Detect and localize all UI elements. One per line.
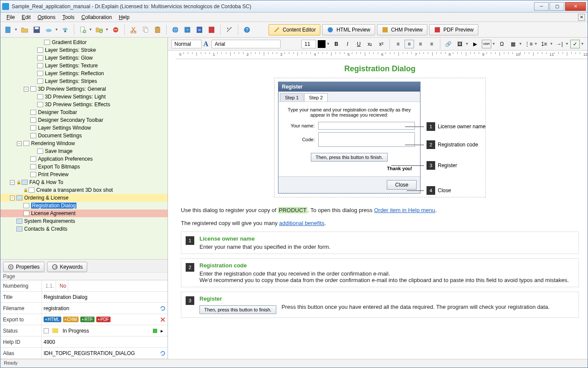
open-icon[interactable] — [19, 25, 30, 35]
menu-file[interactable]: File — [3, 13, 18, 21]
tab-properties[interactable]: Properties — [3, 262, 44, 272]
indent-button[interactable]: →| — [555, 40, 564, 48]
tree-item[interactable]: Layer Settings: Texture — [0, 62, 168, 70]
menu-tools[interactable]: Tools — [59, 13, 78, 21]
tree-item[interactable]: Registration Dialog — [0, 202, 168, 209]
superscript-button[interactable]: x² — [376, 40, 386, 48]
menu-collaboration[interactable]: Collaboration — [78, 13, 115, 21]
align-justify-button[interactable]: ≡ — [427, 40, 436, 48]
subscript-button[interactable]: x₂ — [365, 40, 375, 48]
tree-item[interactable]: Layer Settings: Reflection — [0, 70, 168, 77]
align-left-button[interactable]: ≡ — [393, 40, 403, 48]
style-select[interactable]: Normal — [171, 40, 202, 48]
italic-button[interactable]: I — [343, 40, 352, 48]
filename-refresh-icon[interactable] — [160, 305, 166, 311]
menu-edit[interactable]: Edit — [18, 13, 34, 21]
tree-item[interactable]: Save Image — [0, 147, 168, 155]
size-select[interactable]: 11 — [301, 40, 316, 48]
benefits-link[interactable]: additional benefits — [279, 220, 325, 226]
cloud-icon[interactable] — [44, 25, 54, 35]
export-rtf-badge[interactable]: ▪RTF — [80, 317, 95, 322]
editor-canvas[interactable]: Registration Dialog Register Step 1 Step… — [168, 59, 588, 359]
topic-tree[interactable]: Gradient EditorLayer Settings: StrokeLay… — [0, 38, 168, 259]
tree-item[interactable]: Gradient Editor — [0, 38, 168, 46]
tab-pdf-preview[interactable]: PDF Preview — [429, 24, 478, 35]
tree-item[interactable]: −Rendering Window — [0, 140, 168, 147]
number-list-button[interactable]: 1≡ — [539, 40, 549, 48]
register-tab-step2[interactable]: Step 2 — [304, 93, 328, 102]
name-input[interactable] — [318, 122, 415, 130]
export-chm-icon[interactable]: ? — [182, 25, 193, 35]
cut-icon[interactable] — [128, 25, 139, 35]
code-input[interactable] — [318, 132, 415, 147]
tree-item[interactable]: −🔒FAQ & How To — [0, 178, 168, 186]
tree-item[interactable]: Designer Toolbar — [0, 108, 168, 116]
spellcheck-button[interactable]: ✓ — [570, 40, 580, 48]
align-right-button[interactable]: ≡ — [416, 40, 425, 48]
export-rtf-icon[interactable]: W — [194, 25, 205, 35]
add-page-icon[interactable] — [78, 25, 88, 35]
close-button[interactable]: ✕ — [565, 2, 586, 11]
settings-icon[interactable] — [224, 25, 234, 35]
special-char-button[interactable]: Ω — [497, 40, 507, 48]
tree-item[interactable]: 3D Preview Settings: Light — [0, 93, 168, 101]
bullet-list-button[interactable]: ⋮≡ — [524, 40, 533, 48]
image-button[interactable]: 🖼 — [455, 40, 465, 48]
export-html-badge[interactable]: ▪HTML — [44, 317, 61, 322]
variable-button[interactable]: VAR — [482, 40, 491, 48]
ruler[interactable]: 0123456789101112 — [176, 51, 588, 59]
export-chm-badge[interactable]: ▪CHM — [63, 317, 79, 322]
add-folder-icon[interactable] — [94, 25, 104, 35]
tree-item[interactable]: Layer Settings: Glow — [0, 54, 168, 62]
tree-item[interactable]: −Ordering & License — [0, 194, 168, 202]
alias-refresh-icon[interactable] — [160, 350, 166, 356]
bold-button[interactable]: B — [332, 40, 341, 48]
tab-content-editor[interactable]: Content Editor — [269, 24, 321, 35]
tree-item[interactable]: Layer Settings: Stripes — [0, 77, 168, 85]
copy-icon[interactable] — [140, 25, 151, 35]
order-item-link[interactable]: Order item in Help menu — [374, 207, 435, 213]
export-html-icon[interactable] — [170, 25, 180, 35]
align-center-button[interactable]: ≡ — [405, 40, 414, 48]
save-icon[interactable] — [32, 25, 42, 35]
export-pdf-badge[interactable]: ▪PDF — [96, 317, 111, 322]
link-button[interactable]: 🔗 — [444, 40, 453, 48]
video-button[interactable]: ▶ — [471, 40, 480, 48]
font-select[interactable]: Arial — [212, 40, 281, 48]
tree-item[interactable]: Layer Settings Window — [0, 124, 168, 132]
menu-options[interactable]: Options — [34, 13, 59, 21]
new-project-icon[interactable] — [3, 25, 13, 35]
underline-button[interactable]: U — [354, 40, 364, 48]
tree-item[interactable]: 🔒Create a transparent 3D box shot — [0, 186, 168, 194]
tree-item[interactable]: Export To Bitmaps — [0, 163, 168, 171]
prop-val-helpid[interactable]: 4900 — [42, 336, 168, 347]
tree-item[interactable]: Print Preview — [0, 171, 168, 178]
tree-item[interactable]: −3D Preview Settings: General — [0, 85, 168, 93]
tab-keywords[interactable]: Keywords — [47, 262, 88, 272]
cloud-down-icon[interactable] — [60, 25, 70, 35]
tree-item[interactable]: System Requirements — [0, 217, 168, 225]
finish-button[interactable]: Then, press this button to finish. — [311, 153, 388, 162]
maximize-button[interactable]: ▢ — [550, 2, 564, 11]
tree-item[interactable]: 3D Preview Settings: Effects — [0, 101, 168, 108]
table-button[interactable]: ▦ — [508, 40, 518, 48]
tree-item[interactable]: License Agreement — [0, 209, 168, 217]
register-tab-step1[interactable]: Step 1 — [280, 93, 303, 102]
help-icon[interactable]: ? — [242, 25, 252, 35]
menu-help[interactable]: Help — [115, 13, 133, 21]
tree-item[interactable]: Designer Secondary Toolbar — [0, 116, 168, 124]
prop-val-title[interactable]: Registration Dialog — [42, 292, 168, 302]
export-pdf-icon[interactable] — [206, 25, 217, 35]
tree-item[interactable]: Application Preferences — [0, 155, 168, 163]
minimize-button[interactable]: ─ — [534, 2, 549, 11]
paste-icon[interactable] — [152, 25, 163, 35]
tree-item[interactable]: Layer Settings: Stroke — [0, 46, 168, 54]
export-delete-icon[interactable] — [160, 317, 166, 323]
mdi-close-button[interactable]: ✕ — [578, 14, 585, 21]
tab-html-preview[interactable]: HTML Preview — [322, 24, 375, 35]
color-picker[interactable] — [318, 40, 326, 48]
delete-icon[interactable] — [111, 25, 121, 35]
tree-item[interactable]: Document Settings — [0, 132, 168, 140]
tree-item[interactable]: Contacts & Credits — [0, 225, 168, 233]
tab-chm-preview[interactable]: CHM Preview — [377, 24, 427, 35]
